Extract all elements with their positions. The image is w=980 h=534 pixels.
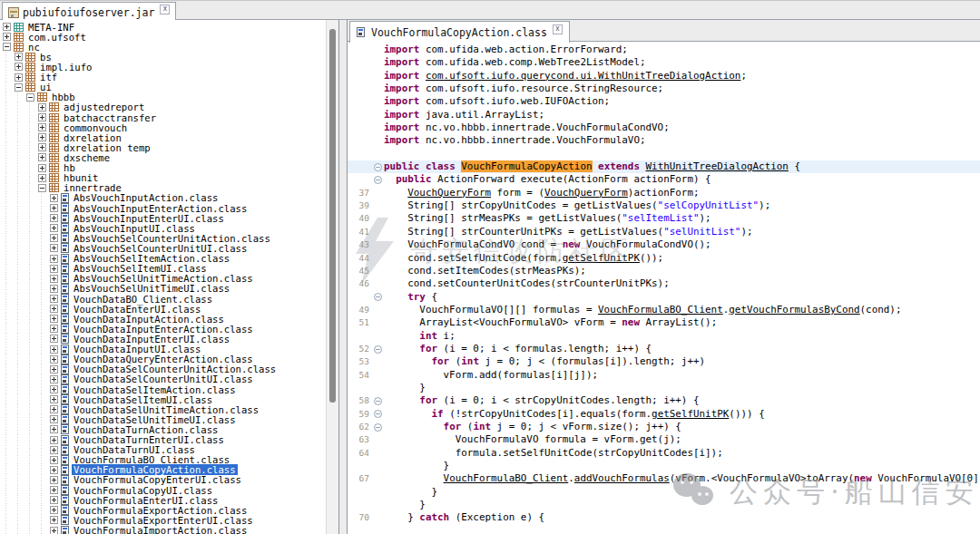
expand-icon[interactable] [50, 194, 58, 202]
tree-item[interactable]: AbsVouchInputEnterUI.class [2, 213, 326, 223]
tree-item[interactable]: VouchDataSelCounterUnitAction.class [2, 364, 326, 374]
tree-item[interactable]: bs [2, 52, 326, 62]
expand-icon[interactable] [50, 405, 58, 413]
expand-icon[interactable] [3, 33, 11, 41]
expand-icon[interactable] [50, 385, 58, 393]
decompiler-link[interactable]: getSelfUnitPK [563, 252, 640, 264]
fold-collapse-icon[interactable] [374, 163, 382, 171]
tree-item[interactable]: VouchDataInputEnterAction.class [2, 324, 326, 334]
expand-icon[interactable] [50, 345, 58, 354]
tree-item[interactable]: innertrade [2, 183, 326, 193]
tree-item[interactable]: VouchFormulaEnterUI.class [2, 495, 326, 505]
fold-collapse-icon[interactable] [374, 423, 382, 432]
tree-item[interactable]: dxrelation [2, 132, 326, 142]
tree-item[interactable]: VouchDataSelItemAction.class [2, 384, 326, 394]
tree-item[interactable]: VouchDataTurnAction.class [2, 424, 326, 434]
tree-item[interactable]: VouchFormulaCopyUI.class [2, 485, 326, 495]
tree-item[interactable]: AbsVouchSelUnitTimeAction.class [2, 274, 326, 284]
tree-item[interactable]: AbsVouchInputUI.class [2, 223, 326, 233]
tree-item[interactable]: VouchDataSelItemUI.class [2, 394, 326, 404]
expand-icon[interactable] [50, 234, 58, 242]
tree-item[interactable]: ui [2, 83, 326, 92]
expand-icon[interactable] [50, 305, 58, 313]
tree-item[interactable]: nc [2, 42, 326, 52]
expand-icon[interactable] [50, 204, 58, 212]
tab-jar-file[interactable]: pubiufoiufoserver.jar x [2, 2, 176, 22]
expand-icon[interactable] [50, 224, 58, 232]
tree-item[interactable]: VouchDataBO_Client.class [2, 294, 326, 304]
expand-icon[interactable] [3, 23, 11, 31]
expand-icon[interactable] [38, 174, 46, 182]
collapse-icon[interactable] [26, 93, 34, 102]
decompiler-link[interactable]: getSelfUnitPK [652, 408, 729, 420]
expand-icon[interactable] [38, 103, 46, 112]
tree-item[interactable]: VouchDataInputAction.class [2, 314, 326, 324]
decompiler-link[interactable]: addVouchFormulas [574, 472, 670, 484]
tree-item[interactable]: commonvouch [2, 122, 326, 132]
tree-item[interactable]: VouchDataTurnUI.class [2, 445, 326, 455]
decompiler-link[interactable]: VouchFormulaBO_Client [444, 472, 569, 484]
expand-icon[interactable] [50, 335, 58, 343]
expand-icon[interactable] [38, 113, 46, 121]
tree-item[interactable]: hb [2, 163, 326, 173]
expand-icon[interactable] [50, 365, 58, 374]
expand-icon[interactable] [50, 315, 58, 323]
tree-item[interactable]: AbsVouchInputEnterAction.class [2, 203, 326, 213]
fold-collapse-icon[interactable] [374, 293, 382, 301]
expand-icon[interactable] [38, 123, 46, 131]
expand-icon[interactable] [50, 456, 58, 464]
tree-item[interactable]: dxscheme [2, 152, 326, 162]
expand-icon[interactable] [15, 73, 23, 82]
expand-icon[interactable] [50, 425, 58, 433]
expand-icon[interactable] [50, 395, 58, 403]
fold-collapse-icon[interactable] [374, 345, 382, 354]
expand-icon[interactable] [50, 486, 58, 494]
expand-icon[interactable] [15, 63, 23, 71]
tree-item[interactable]: VouchDataSelUnitTimeAction.class [2, 404, 326, 414]
expand-icon[interactable] [50, 325, 58, 333]
tree-item[interactable]: VouchDataInputEnterUI.class [2, 334, 326, 344]
tree-item[interactable]: VouchDataSelCounterUnitUI.class [2, 374, 326, 384]
expand-icon[interactable] [38, 153, 46, 161]
tree-item[interactable]: AbsVouchSelUnitTimeUI.class [2, 284, 326, 294]
expand-icon[interactable] [50, 516, 58, 524]
tree-item[interactable]: hbunit [2, 173, 326, 183]
expand-icon[interactable] [50, 355, 58, 364]
expand-icon[interactable] [50, 375, 58, 384]
expand-icon[interactable] [50, 265, 58, 273]
tree-item[interactable]: VouchDataSelUnitTimeUI.class [2, 414, 326, 424]
fold-collapse-icon[interactable] [374, 397, 382, 405]
expand-icon[interactable] [50, 244, 58, 252]
collapse-icon[interactable] [15, 83, 23, 92]
tree-item[interactable]: VouchDataQueryEnterAction.class [2, 354, 326, 364]
expand-icon[interactable] [50, 436, 58, 444]
decompiler-link[interactable]: WithUnitTreeDialogAction [646, 160, 789, 172]
tree-item[interactable]: impl.iufo [2, 62, 326, 72]
tree-item[interactable]: itf [2, 73, 326, 83]
expand-icon[interactable] [50, 285, 58, 293]
tree-item[interactable]: batchacctransfer [2, 112, 326, 122]
close-icon[interactable]: x [553, 24, 563, 34]
decompiler-link[interactable]: getVouchFormulasByCond [729, 304, 859, 316]
expand-icon[interactable] [15, 53, 23, 61]
tree-item[interactable]: dxrelation temp [2, 142, 326, 152]
tab-class-file[interactable]: VouchFormulaCopyAction.class x [349, 21, 570, 43]
collapse-icon[interactable] [38, 184, 46, 192]
tree-item[interactable]: AbsVouchSelCounterUnitUI.class [2, 243, 326, 253]
expand-icon[interactable] [38, 133, 46, 141]
collapse-icon[interactable] [3, 43, 11, 51]
tree-item[interactable]: VouchDataEnterUI.class [2, 304, 326, 314]
expand-icon[interactable] [50, 476, 58, 484]
tree-item[interactable]: AbsVouchSelItemUI.class [2, 264, 326, 274]
fold-collapse-icon[interactable] [374, 176, 382, 184]
expand-icon[interactable] [38, 143, 46, 151]
tree-item[interactable]: VouchFormulaExportAction.class [2, 505, 326, 515]
decompiler-link[interactable]: com.ufsoft.iufo.querycond.ui.WithUnitTre… [426, 70, 741, 82]
expand-icon[interactable] [38, 164, 46, 172]
expand-icon[interactable] [50, 275, 58, 283]
close-icon[interactable]: x [160, 5, 170, 15]
tree-item[interactable]: VouchDataTurnEnterUI.class [2, 434, 326, 444]
tree-scrollbar[interactable] [326, 20, 338, 534]
tree-item[interactable]: VouchFormulaImportAction.class [2, 525, 326, 534]
tree-item[interactable]: META-INF [2, 22, 326, 32]
